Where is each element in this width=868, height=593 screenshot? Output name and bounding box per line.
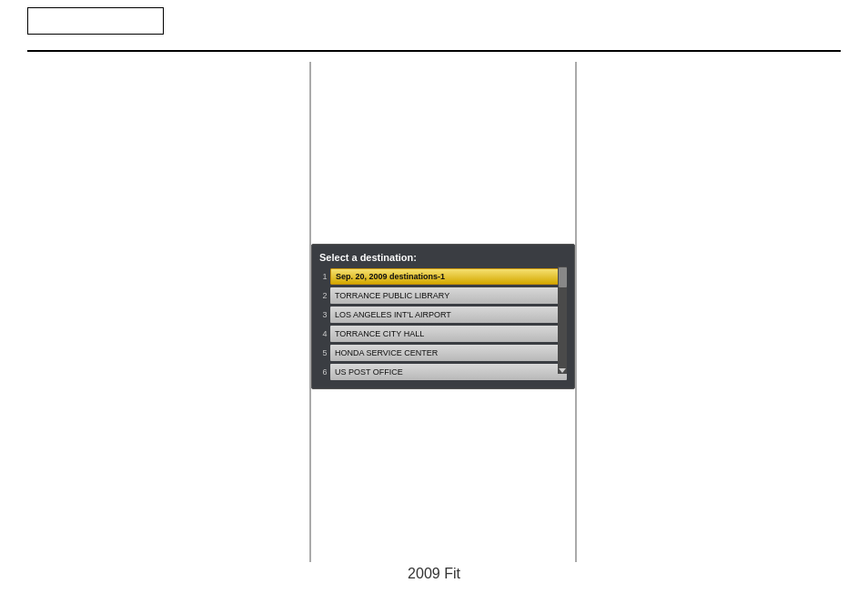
item-text-4[interactable]: TORRANCE CITY HALL: [330, 326, 567, 342]
vertical-line-right: [575, 62, 577, 562]
main-area: Select a destination: 1 Sep. 20, 2009 de…: [0, 53, 868, 562]
scrollbar[interactable]: [558, 266, 567, 374]
item-text-5[interactable]: HONDA SERVICE CENTER: [330, 345, 567, 361]
item-text-3[interactable]: LOS ANGELES INT'L AIRPORT: [330, 307, 567, 323]
list-item[interactable]: 4 TORRANCE CITY HALL: [319, 325, 567, 343]
top-rectangle: [27, 7, 164, 35]
item-number: 3: [319, 310, 330, 319]
item-number: 6: [319, 367, 330, 377]
nav-screen-title: Select a destination:: [319, 252, 567, 263]
scroll-thumb[interactable]: [559, 267, 567, 287]
list-item[interactable]: 2 TORRANCE PUBLIC LIBRARY: [319, 286, 567, 305]
scroll-down-arrow-icon[interactable]: [559, 368, 566, 373]
item-number: 5: [319, 348, 330, 357]
nav-screen: Select a destination: 1 Sep. 20, 2009 de…: [311, 244, 575, 389]
nav-destination-list: 1 Sep. 20, 2009 destinations-1 2 TORRANC…: [319, 267, 567, 381]
list-item[interactable]: 6 US POST OFFICE: [319, 363, 567, 381]
item-number: 2: [319, 291, 330, 300]
item-text-1[interactable]: Sep. 20, 2009 destinations-1: [330, 268, 567, 285]
footer-caption: 2009 Fit: [0, 566, 868, 582]
horizontal-divider: [27, 50, 841, 52]
item-text-2[interactable]: TORRANCE PUBLIC LIBRARY: [330, 287, 567, 304]
list-item[interactable]: 3 LOS ANGELES INT'L AIRPORT: [319, 306, 567, 324]
top-section: [0, 0, 868, 55]
item-number: 1: [319, 272, 330, 281]
list-item[interactable]: 5 HONDA SERVICE CENTER: [319, 344, 567, 362]
item-number: 4: [319, 329, 330, 338]
item-text-6[interactable]: US POST OFFICE: [330, 364, 567, 380]
list-item[interactable]: 1 Sep. 20, 2009 destinations-1: [319, 267, 567, 286]
